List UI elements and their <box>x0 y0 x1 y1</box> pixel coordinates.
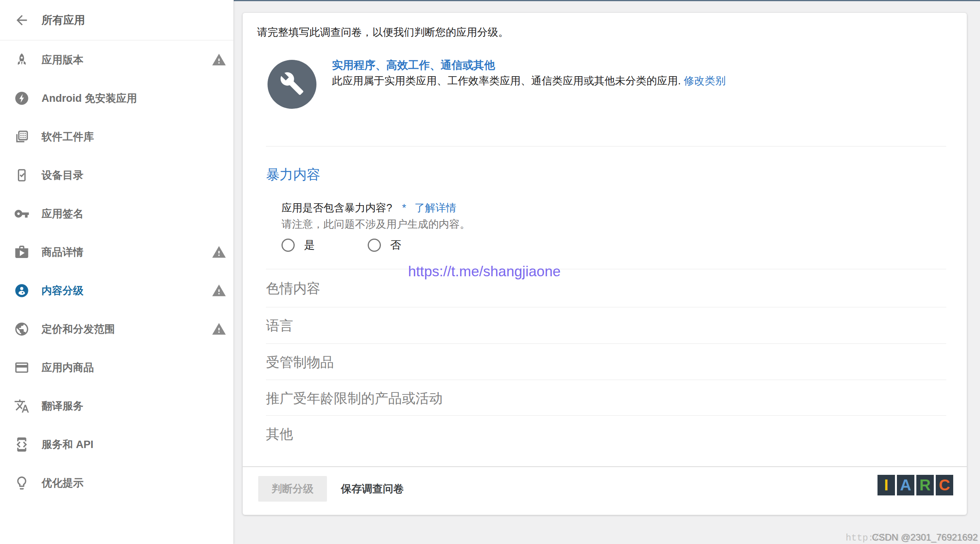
sidebar-item-artifact-library[interactable]: 软件工件库 <box>0 117 233 156</box>
sidebar-item-label: 应用内商品 <box>42 361 94 375</box>
iarc-logo: I A R C <box>877 475 953 495</box>
warning-icon <box>212 245 226 260</box>
artifact-library-icon <box>14 129 30 145</box>
section-row-miscellaneous[interactable]: 其他 <box>266 425 293 443</box>
sidebar-item-device-catalog[interactable]: 设备目录 <box>0 156 233 194</box>
sidebar-item-in-app-products[interactable]: 应用内商品 <box>0 348 233 387</box>
back-arrow-icon <box>14 12 30 28</box>
section-divider <box>266 415 946 416</box>
warning-icon <box>212 283 226 298</box>
sidebar-item-services-apis[interactable]: 服务和 API <box>0 425 233 464</box>
section-row-age-restricted-products[interactable]: 推广受年龄限制的产品或活动 <box>266 389 443 408</box>
sidebar-item-label: 商品详情 <box>42 245 83 259</box>
csdn-watermark-text: CSDN @2301_76921692 <box>872 532 978 542</box>
sidebar-item-content-rating[interactable]: 内容分级 <box>0 271 233 310</box>
csdn-watermark: http:// CSDN @2301_76921692 <box>846 532 978 543</box>
save-questionnaire-button[interactable]: 保存调查问卷 <box>341 476 404 502</box>
section-row-controlled-substances[interactable]: 受管制物品 <box>266 353 334 371</box>
learn-more-link[interactable]: 了解详情 <box>415 202 457 214</box>
footer-divider <box>243 466 967 467</box>
telegram-watermark-link[interactable]: https://t.me/shangjiaone <box>408 263 561 280</box>
globe-icon <box>14 321 30 337</box>
rocket-icon <box>14 52 30 68</box>
sidebar-item-instant-apps[interactable]: Android 免安装应用 <box>0 79 233 117</box>
sidebar-item-label: 服务和 API <box>42 438 94 452</box>
section-divider <box>266 269 946 269</box>
sidebar-item-pricing-distribution[interactable]: 定价和分发范围 <box>0 310 233 348</box>
iarc-letter-c: C <box>936 475 953 495</box>
sidebar-item-label: 设备目录 <box>42 168 83 182</box>
top-accent-bar <box>234 0 980 1</box>
sidebar-item-label: 软件工件库 <box>42 130 94 144</box>
radio-button-icon[interactable] <box>368 239 381 252</box>
sidebar-back-all-apps[interactable]: 所有应用 <box>0 0 233 40</box>
category-avatar <box>268 60 316 109</box>
category-title-link[interactable]: 实用程序、高效工作、通信或其他 <box>332 58 495 73</box>
section-divider <box>266 146 946 146</box>
section-row-language[interactable]: 语言 <box>266 317 293 335</box>
sidebar-item-optimization-tips[interactable]: 优化提示 <box>0 464 233 502</box>
device-catalog-icon <box>14 167 30 183</box>
violence-question-note: 请注意，此问题不涉及用户生成的内容。 <box>281 217 470 231</box>
change-category-link[interactable]: 修改类别 <box>684 75 726 87</box>
questionnaire-intro-text: 请完整填写此调查问卷，以便我们判断您的应用分级。 <box>257 25 509 39</box>
sidebar-item-label: 内容分级 <box>42 284 83 298</box>
violence-question: 应用是否包含暴力内容? * 了解详情 <box>281 201 457 215</box>
iarc-letter-i: I <box>877 475 895 495</box>
sidebar-back-label: 所有应用 <box>42 13 85 28</box>
sidebar-item-label: 定价和分发范围 <box>42 322 115 336</box>
sidebar-item-translation-service[interactable]: 翻译服务 <box>0 387 233 425</box>
wrench-icon <box>280 71 304 98</box>
iarc-letter-r: R <box>916 475 934 495</box>
lightbulb-icon <box>14 475 30 491</box>
sidebar-item-app-signing[interactable]: 应用签名 <box>0 194 233 233</box>
sidebar-item-label: 优化提示 <box>42 476 83 490</box>
section-row-sexual-content[interactable]: 色情内容 <box>266 279 320 298</box>
key-icon <box>14 206 30 221</box>
main-area: 请完整填写此调查问卷，以便我们判断您的应用分级。 实用程序、高效工作、通信或其他… <box>234 0 980 544</box>
violence-section-title: 暴力内容 <box>266 166 320 184</box>
category-description: 此应用属于实用类应用、工作效率类应用、通信类应用或其他未分类的应用. 修改类别 <box>332 74 726 88</box>
radio-option-no[interactable]: 否 <box>368 238 401 253</box>
sidebar-item-app-releases[interactable]: 应用版本 <box>0 40 233 79</box>
sidebar-item-label: 应用版本 <box>42 53 83 67</box>
violence-radio-group: 是 否 <box>281 238 401 253</box>
section-divider <box>266 380 946 380</box>
content-rating-icon <box>14 283 30 298</box>
translate-icon <box>14 398 30 414</box>
radio-button-icon[interactable] <box>281 239 295 252</box>
section-divider <box>266 343 946 344</box>
required-asterisk: * <box>402 202 407 214</box>
radio-option-yes[interactable]: 是 <box>281 238 315 253</box>
sidebar-item-label: 应用签名 <box>42 207 83 221</box>
calculate-rating-button[interactable]: 判断分级 <box>258 476 327 502</box>
store-listing-icon <box>14 244 30 260</box>
instant-apps-icon <box>14 91 30 106</box>
iarc-letter-a: A <box>897 475 914 495</box>
warning-icon <box>212 322 226 337</box>
sidebar-item-label: Android 免安装应用 <box>42 91 137 105</box>
sidebar-item-label: 翻译服务 <box>42 399 83 413</box>
section-divider <box>266 307 946 307</box>
warning-icon <box>212 52 226 67</box>
questionnaire-card: 请完整填写此调查问卷，以便我们判断您的应用分级。 实用程序、高效工作、通信或其他… <box>243 13 967 515</box>
credit-card-icon <box>14 360 30 375</box>
sidebar: 所有应用 应用版本 Android 免安装应用 软件工件库 设备目录 应用签名 <box>0 0 234 544</box>
developer-mode-icon <box>14 437 30 452</box>
sidebar-item-store-listing[interactable]: 商品详情 <box>0 233 233 271</box>
